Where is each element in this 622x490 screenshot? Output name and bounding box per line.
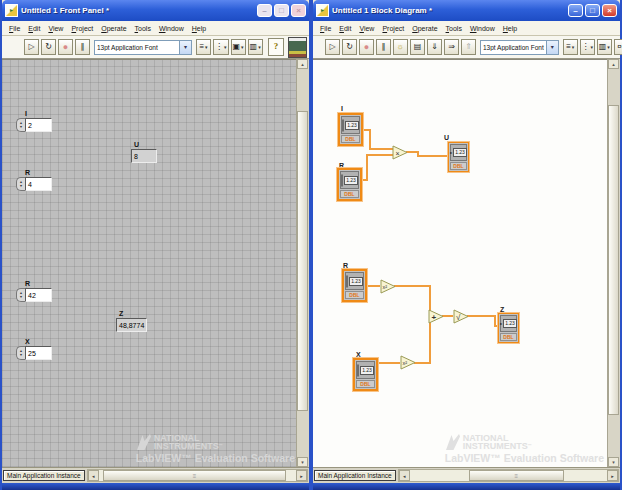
decrement-icon[interactable]: ▾ (20, 353, 22, 357)
run-continuously-button[interactable]: ↻ (342, 39, 357, 55)
minimize-icon[interactable]: – (257, 4, 272, 17)
menu-edit[interactable]: Edit (24, 24, 44, 33)
maximize-icon[interactable]: □ (274, 4, 289, 17)
wire[interactable] (394, 285, 430, 287)
menu-file[interactable]: File (316, 24, 335, 33)
scrollbar-thumb[interactable] (608, 105, 619, 415)
scrollbar-track[interactable] (410, 470, 607, 481)
resize-objects-button[interactable]: ▣▾ (231, 39, 246, 55)
square-root-node[interactable]: √ (453, 309, 469, 324)
scroll-down-icon[interactable]: ▾ (297, 457, 308, 467)
font-selector[interactable]: 13pt Application Font ▾ (480, 40, 559, 55)
dropdown-arrow-icon[interactable]: ▾ (179, 41, 191, 54)
wire[interactable] (366, 155, 368, 181)
terminal-Z[interactable]: ▸1.23 DBL (498, 313, 519, 343)
scrollbar-track[interactable] (99, 470, 296, 481)
menu-operate[interactable]: Operate (408, 24, 441, 33)
wire[interactable] (429, 320, 431, 364)
scrollbar-thumb[interactable] (103, 470, 286, 481)
front-panel-canvas[interactable]: I ▴ ▾ 2 U 8 R ▴ ▾ 4 (2, 59, 309, 467)
scroll-up-icon[interactable]: ▴ (297, 59, 308, 69)
menu-tools[interactable]: Tools (442, 24, 466, 33)
terminal-R[interactable]: 1.23 DBL (337, 168, 362, 201)
font-selector[interactable]: 13pt Application Font ▾ (94, 40, 192, 55)
menu-window[interactable]: Window (466, 24, 499, 33)
multiply-node[interactable]: × (392, 145, 408, 160)
numeric-value-field[interactable]: 25 (25, 346, 52, 360)
window-preview-icon[interactable] (288, 37, 307, 58)
wire[interactable] (414, 362, 430, 364)
clean-up-diagram-button[interactable]: ¤▾ (614, 39, 622, 55)
square-node[interactable]: x² (400, 355, 416, 370)
increment-decrement-spinner[interactable]: ▴ ▾ (16, 346, 25, 360)
block-diagram-titlebar[interactable]: ▸ Untitled 1 Block Diagram * – □ × (313, 0, 620, 21)
close-icon[interactable]: × (291, 4, 306, 17)
menu-help[interactable]: Help (188, 24, 210, 33)
wire[interactable] (369, 148, 393, 150)
step-into-button[interactable]: ⇓ (427, 39, 442, 55)
horizontal-scrollbar[interactable]: ◂ ▸ (87, 469, 308, 482)
close-icon[interactable]: × (602, 4, 617, 17)
terminal-I[interactable]: 1.23 DBL (338, 113, 363, 146)
menu-window[interactable]: Window (155, 24, 188, 33)
scroll-down-icon[interactable]: ▾ (608, 457, 619, 467)
wire[interactable] (366, 154, 393, 156)
terminal-U[interactable]: ▸1.23 DBL (448, 142, 469, 172)
decrement-icon[interactable]: ▾ (20, 184, 22, 188)
vertical-scrollbar[interactable]: ▴ ▾ (607, 59, 620, 467)
wire[interactable] (467, 315, 495, 317)
align-objects-button[interactable]: ≡▾ (196, 39, 211, 55)
menu-project[interactable]: Project (378, 24, 408, 33)
context-help-button[interactable]: ? (268, 38, 284, 56)
scrollbar-thumb[interactable] (469, 470, 564, 481)
pause-button[interactable]: ∥ (75, 39, 90, 55)
run-button[interactable]: ▷ (24, 39, 39, 55)
menu-help[interactable]: Help (499, 24, 521, 33)
scroll-right-icon[interactable]: ▸ (607, 470, 618, 481)
increment-decrement-spinner[interactable]: ▴ ▾ (16, 288, 25, 302)
reorder-button[interactable]: ▥▾ (597, 39, 612, 55)
scroll-left-icon[interactable]: ◂ (399, 470, 410, 481)
align-objects-button[interactable]: ≡▾ (563, 39, 578, 55)
numeric-value-field[interactable]: 42 (25, 288, 52, 302)
block-diagram-canvas[interactable]: I 1.23 DBL R 1.23 DBL U ▸1.23 DBL R 1.23… (313, 59, 620, 467)
wire[interactable] (367, 285, 380, 287)
wire[interactable] (378, 362, 400, 364)
front-panel-titlebar[interactable]: ▸ Untitled 1 Front Panel * – □ × (2, 0, 309, 21)
scroll-up-icon[interactable]: ▴ (608, 59, 619, 69)
menu-view[interactable]: View (44, 24, 67, 33)
scroll-right-icon[interactable]: ▸ (296, 470, 307, 481)
abort-button[interactable]: ● (58, 39, 73, 55)
distribute-objects-button[interactable]: ⋮▾ (213, 39, 229, 55)
retain-wire-values-button[interactable]: ▤ (410, 39, 425, 55)
reorder-button[interactable]: ▥▾ (248, 39, 263, 55)
run-button[interactable]: ▷ (325, 39, 340, 55)
maximize-icon[interactable]: □ (585, 4, 600, 17)
step-out-button[interactable]: ⇑ (461, 39, 476, 55)
wire[interactable] (417, 155, 448, 157)
step-over-button[interactable]: ⇒ (444, 39, 459, 55)
decrement-icon[interactable]: ▾ (20, 295, 22, 299)
menu-view[interactable]: View (355, 24, 378, 33)
abort-button[interactable]: ● (359, 39, 374, 55)
run-continuously-button[interactable]: ↻ (41, 39, 56, 55)
terminal-X[interactable]: 1.23 DBL (353, 358, 378, 391)
distribute-objects-button[interactable]: ⋮▾ (580, 39, 595, 55)
menu-project[interactable]: Project (67, 24, 97, 33)
pause-button[interactable]: ∥ (376, 39, 391, 55)
scroll-left-icon[interactable]: ◂ (88, 470, 99, 481)
scrollbar-thumb[interactable] (297, 111, 308, 411)
horizontal-scrollbar[interactable]: ◂ ▸ (398, 469, 619, 482)
square-node[interactable]: x² (380, 279, 396, 294)
add-node[interactable]: + (428, 309, 444, 324)
wire[interactable] (369, 129, 371, 150)
app-instance-selector[interactable]: Main Application Instance (314, 470, 396, 481)
numeric-value-field[interactable]: 2 (25, 118, 52, 132)
app-instance-selector[interactable]: Main Application Instance (3, 470, 85, 481)
menu-file[interactable]: File (5, 24, 24, 33)
numeric-value-field[interactable]: 4 (25, 177, 52, 191)
dropdown-arrow-icon[interactable]: ▾ (546, 41, 558, 54)
menu-tools[interactable]: Tools (131, 24, 155, 33)
minimize-icon[interactable]: – (568, 4, 583, 17)
vertical-scrollbar[interactable]: ▴ ▾ (296, 59, 309, 467)
